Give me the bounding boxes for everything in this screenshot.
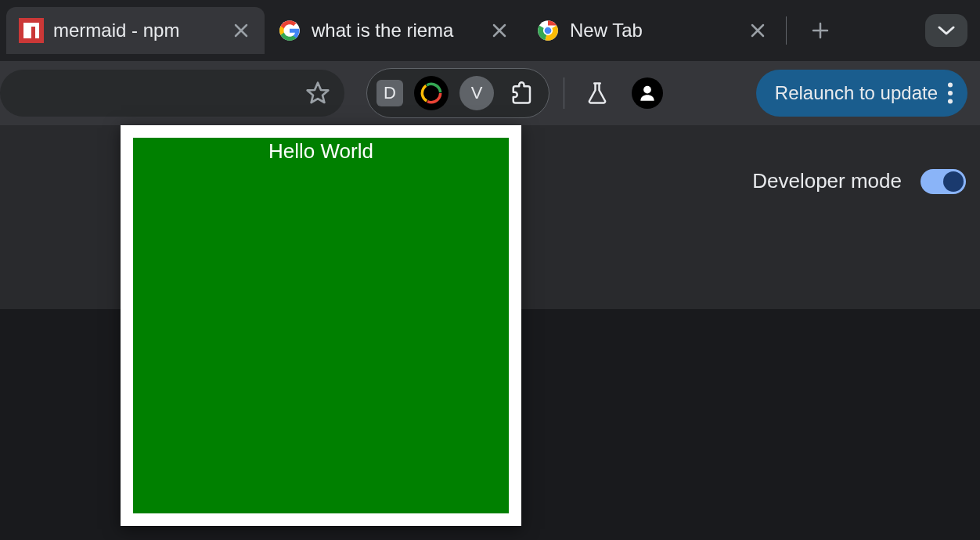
chrome-favicon-icon: [535, 18, 560, 43]
tab-title: New Tab: [570, 20, 737, 41]
extension-d-icon[interactable]: D: [377, 80, 403, 106]
extension-popup: Hello World: [121, 125, 521, 526]
svg-point-9: [420, 82, 442, 104]
close-icon[interactable]: [488, 20, 510, 41]
tab-separator: [786, 16, 787, 45]
extension-d-label: D: [384, 83, 396, 103]
chevron-down-icon: [938, 25, 955, 36]
tab-strip: mermaid - npm what is the riema: [0, 0, 980, 61]
extension-v-icon[interactable]: V: [459, 76, 494, 110]
extension-v-label: V: [471, 83, 483, 103]
relaunch-update-button[interactable]: Relaunch to update: [756, 70, 967, 117]
svg-point-12: [948, 82, 953, 87]
extensions-puzzle-icon[interactable]: [505, 76, 539, 110]
toggle-knob: [943, 171, 964, 192]
developer-mode-toggle[interactable]: [921, 169, 966, 194]
new-tab-button[interactable]: [801, 11, 840, 50]
bookmark-star-icon[interactable]: [305, 81, 330, 106]
svg-point-14: [948, 99, 953, 103]
developer-mode-label: Developer mode: [752, 169, 902, 193]
tab-google-search[interactable]: what is the riema: [265, 7, 523, 54]
tab-search-dropdown[interactable]: [925, 14, 967, 47]
person-icon: [637, 83, 658, 103]
toolbar-separator: [564, 77, 564, 109]
svg-point-10: [420, 82, 442, 104]
svg-point-13: [948, 91, 953, 95]
profile-avatar[interactable]: [632, 77, 663, 109]
popup-hello-text: Hello World: [268, 139, 373, 163]
relaunch-label: Relaunch to update: [775, 82, 938, 104]
page-content: Developer mode Hello World: [0, 125, 980, 540]
extensions-group: D V: [366, 68, 549, 118]
google-favicon-icon: [277, 18, 302, 43]
svg-rect-2: [31, 27, 35, 38]
svg-point-11: [643, 86, 651, 94]
labs-flask-icon[interactable]: [578, 74, 616, 112]
npm-favicon-icon: [19, 18, 44, 43]
tab-title: what is the riema: [312, 20, 479, 41]
tab-title: mermaid - npm: [53, 20, 221, 41]
close-icon[interactable]: [747, 20, 769, 41]
close-icon[interactable]: [230, 20, 252, 41]
more-vert-icon: [947, 82, 953, 104]
tab-new-tab[interactable]: New Tab: [523, 7, 781, 54]
extension-chrome-icon[interactable]: [414, 76, 449, 110]
omnibox[interactable]: [0, 70, 344, 117]
tab-mermaid-npm[interactable]: mermaid - npm: [6, 7, 265, 54]
popup-content: Hello World: [133, 138, 509, 513]
toolbar: D V Relaunch to update: [0, 61, 980, 125]
